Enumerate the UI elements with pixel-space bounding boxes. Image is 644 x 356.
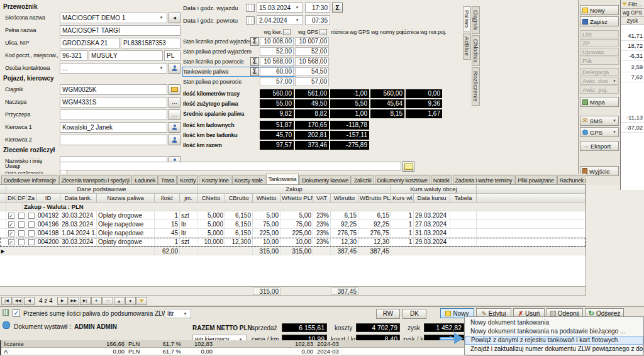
detail-tab[interactable]: Ładunek	[133, 175, 158, 184]
sigma-button[interactable]: Σ	[332, 3, 343, 13]
chevron-down-icon[interactable]: ▾	[294, 5, 301, 10]
plik-button[interactable]: Plik	[580, 57, 619, 65]
col-za[interactable]: Za	[26, 194, 36, 203]
detail-tab[interactable]: Pliki powiązane	[515, 175, 557, 184]
detail-tab[interactable]: Dokumenty kasowe	[299, 175, 351, 184]
za-checkbox[interactable]	[28, 221, 35, 228]
stat-value[interactable]: 57,00	[295, 77, 329, 86]
col-wbrutto[interactable]: Wbrutto	[331, 194, 358, 203]
return-date-input[interactable]: 2.04.2024 ▾	[257, 15, 303, 25]
detail-tab[interactable]: Tankowania	[266, 174, 299, 184]
col-wbrutto-pln[interactable]: WBrutto PLN	[358, 194, 391, 203]
move-down-button[interactable]: ▼	[125, 297, 136, 305]
detail-tab[interactable]: Zadania i ważne terminy	[453, 175, 515, 184]
group-zakup[interactable]: Zakup	[197, 185, 391, 194]
mapa-button[interactable]: Mapa	[580, 97, 619, 107]
chevron-down-icon[interactable]: ▾	[294, 18, 301, 23]
detail-tab[interactable]: Zaliczki	[352, 175, 374, 184]
gps-button[interactable]: GPS▼	[580, 127, 619, 137]
delete-record-button[interactable]: −	[103, 297, 113, 305]
col-dk[interactable]: DK	[6, 194, 16, 203]
departure-date-input[interactable]: 15.03.2024 ▾	[257, 3, 303, 13]
df-checkbox[interactable]	[18, 239, 25, 245]
group-dane[interactable]: Dane podstawowe	[6, 185, 197, 194]
za-checkbox[interactable]	[28, 239, 35, 245]
context-menu-item[interactable]: Nowy dokument tankowania na podstawie bi…	[465, 327, 643, 336]
zapisz-button[interactable]: Zapisz	[580, 16, 619, 26]
stat-value[interactable]: 57,00	[260, 77, 294, 86]
col-data-kursu[interactable]: Data kursu	[414, 194, 450, 203]
tractor-browse-button[interactable]	[169, 84, 180, 95]
detail-tab[interactable]: Koszty	[177, 175, 198, 184]
context-menu-item[interactable]: Znajdź i zaktualizuj numer dokumentu ZLW…	[465, 345, 643, 353]
detail-tab[interactable]: Dokumenty kosztowe	[375, 175, 430, 184]
upowaz-button[interactable]: Upoważ.	[580, 48, 619, 56]
unit-select[interactable]: litr▾	[165, 309, 191, 318]
col-df[interactable]: DF	[16, 194, 26, 203]
prev-page-button[interactable]: ◀◀	[13, 297, 23, 305]
stat-value[interactable]: 52,00	[295, 47, 329, 56]
departure-time-input[interactable]: 17:30	[305, 3, 330, 13]
stat-value[interactable]: 10 008,00	[260, 37, 294, 46]
group-kurs[interactable]: Kurs waluty obcej	[391, 185, 477, 194]
dk-checkbox[interactable]: ✓	[8, 239, 14, 245]
semitrailer-input[interactable]	[60, 109, 167, 120]
dk-checkbox[interactable]: ✓	[8, 213, 14, 219]
filter-button[interactable]: Filtr...	[621, 0, 644, 9]
driver1-input[interactable]: Kowalski_2 Janek	[60, 122, 167, 133]
next-page-button[interactable]: ▶▶	[69, 297, 79, 305]
eksport-button[interactable]: →Eksport	[580, 141, 619, 151]
country-input[interactable]: PL	[164, 50, 180, 61]
driver2-input[interactable]	[60, 135, 167, 145]
rw-button[interactable]: RW	[376, 309, 400, 319]
vtab-ciagnik[interactable]: Ciągnik	[472, 6, 480, 34]
chevron-down-icon[interactable]: ▾	[158, 65, 165, 70]
prev-record-button[interactable]: ◀	[24, 297, 35, 305]
driver1-person-button[interactable]	[169, 122, 180, 133]
detail-tab[interactable]: Dodatkowe informacje	[1, 175, 58, 184]
table-row[interactable]: ✓ 004192 30.03.2024 Opłaty drogowe 1 szt…	[0, 211, 586, 220]
dk-checkbox[interactable]: ✓	[8, 221, 14, 228]
chevron-down-icon[interactable]: ▼	[613, 119, 616, 123]
table-row[interactable]: ✓ 004198 1.04.2024 1... Oleje napędowe 4…	[0, 229, 586, 238]
list-button[interactable]: List	[580, 30, 619, 38]
stat-value[interactable]: 10 568,00	[260, 57, 294, 66]
dk-button[interactable]: DK	[402, 309, 426, 319]
df-checkbox[interactable]	[18, 221, 25, 228]
df-checkbox[interactable]	[18, 230, 25, 236]
filter-button[interactable]	[136, 297, 147, 305]
col-jm[interactable]: jm.	[180, 194, 197, 203]
awiz-dos-button[interactable]: Awiz. dos▼	[580, 77, 619, 85]
col-id[interactable]: ID	[36, 194, 60, 203]
vtab-adblue[interactable]: AdBlue	[463, 33, 471, 60]
col-wnetto[interactable]: WNetto	[253, 194, 280, 203]
sigma-button[interactable]: Σ	[250, 57, 259, 66]
return-time-input[interactable]: 07:35	[305, 15, 330, 25]
move-up-button[interactable]: ▲	[114, 297, 125, 305]
detail-tab[interactable]: Notatki	[431, 175, 452, 184]
vtab-rozliczenie[interactable]: Rozliczenie	[472, 67, 480, 106]
ellipsis-button[interactable]: ...	[319, 29, 327, 35]
sms-button[interactable]: ✉SMS▼	[580, 116, 619, 126]
next-record-button[interactable]: ▶	[57, 297, 68, 305]
context-menu-item[interactable]: Powiąż z danymi z rejestru tankowań i ka…	[465, 336, 643, 345]
col-data-tank[interactable]: Data tank.	[60, 194, 97, 203]
short-name-input[interactable]: MACIOSOFT DEMO 1 ▾	[60, 13, 167, 23]
nip-input[interactable]: PL8381587353	[121, 38, 180, 48]
detail-tab[interactable]: Rachunek zysków i strat	[557, 175, 586, 184]
transfer-fuel-checkbox[interactable]: ✓	[13, 309, 20, 317]
driver2-person-button[interactable]	[169, 135, 180, 145]
col-nazwa[interactable]: Nazwa paliwa	[97, 194, 155, 203]
za-checkbox[interactable]	[28, 213, 35, 219]
col-ilosc[interactable]: Ilość	[155, 194, 180, 203]
tractor-input[interactable]: WGM0025K	[60, 84, 167, 95]
detail-tab[interactable]: Zlecenia transportu i spedycji	[59, 175, 132, 184]
vtab-chlodnia[interactable]: Chłodnia	[472, 35, 480, 67]
chevron-down-icon[interactable]: ▾	[158, 15, 165, 20]
dk-checkbox[interactable]: ✓	[8, 230, 14, 236]
chevron-down-icon[interactable]: ▼	[613, 130, 616, 134]
city-input[interactable]: MUSUŁY	[89, 50, 163, 61]
za-checkbox[interactable]	[28, 230, 35, 236]
detail-tab[interactable]: Koszty stałe	[232, 175, 265, 184]
sigma-button[interactable]: Σ	[250, 37, 259, 46]
